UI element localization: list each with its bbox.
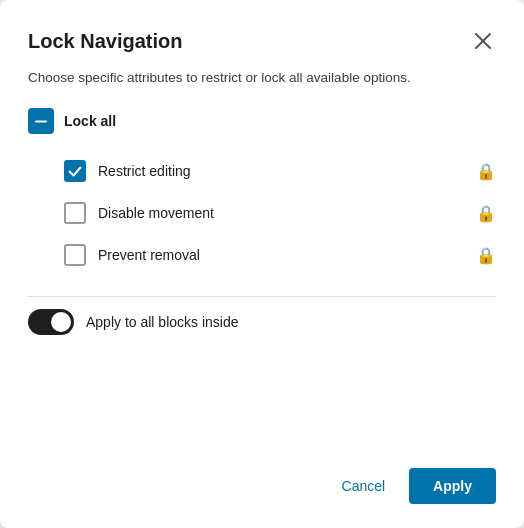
prevent-removal-lock-icon: 🔒 xyxy=(476,246,496,265)
lock-all-label: Lock all xyxy=(64,113,116,129)
disable-movement-checkbox[interactable] xyxy=(64,202,86,224)
close-icon xyxy=(474,32,492,50)
dialog-footer: Cancel Apply xyxy=(28,448,496,504)
lock-navigation-dialog: Lock Navigation Choose specific attribut… xyxy=(0,0,524,528)
dialog-description: Choose specific attributes to restrict o… xyxy=(28,68,496,88)
dialog-title: Lock Navigation xyxy=(28,30,182,53)
restrict-editing-checkbox[interactable] xyxy=(64,160,86,182)
svg-rect-2 xyxy=(35,120,47,122)
disable-movement-label: Disable movement xyxy=(98,205,214,221)
cancel-button[interactable]: Cancel xyxy=(326,470,402,502)
apply-blocks-label: Apply to all blocks inside xyxy=(86,314,239,330)
options-list: Restrict editing 🔒 Disable movement 🔒 xyxy=(64,150,496,276)
option-row-prevent-removal: Prevent removal 🔒 xyxy=(64,234,496,276)
prevent-removal-label: Prevent removal xyxy=(98,247,200,263)
apply-blocks-toggle[interactable] xyxy=(28,309,74,335)
divider xyxy=(28,296,496,297)
lock-all-button[interactable] xyxy=(28,108,54,134)
lock-all-row: Lock all xyxy=(28,108,496,134)
restrict-editing-lock-icon: 🔒 xyxy=(476,162,496,181)
checkmark-icon xyxy=(68,166,82,177)
minus-icon xyxy=(35,120,47,123)
close-button[interactable] xyxy=(470,28,496,54)
option-row-restrict-editing: Restrict editing 🔒 xyxy=(64,150,496,192)
option-row-disable-movement: Disable movement 🔒 xyxy=(64,192,496,234)
apply-blocks-row: Apply to all blocks inside xyxy=(28,309,496,335)
apply-button[interactable]: Apply xyxy=(409,468,496,504)
prevent-removal-checkbox[interactable] xyxy=(64,244,86,266)
disable-movement-lock-icon: 🔒 xyxy=(476,204,496,223)
restrict-editing-label: Restrict editing xyxy=(98,163,191,179)
dialog-header: Lock Navigation xyxy=(28,28,496,54)
toggle-knob xyxy=(51,312,71,332)
